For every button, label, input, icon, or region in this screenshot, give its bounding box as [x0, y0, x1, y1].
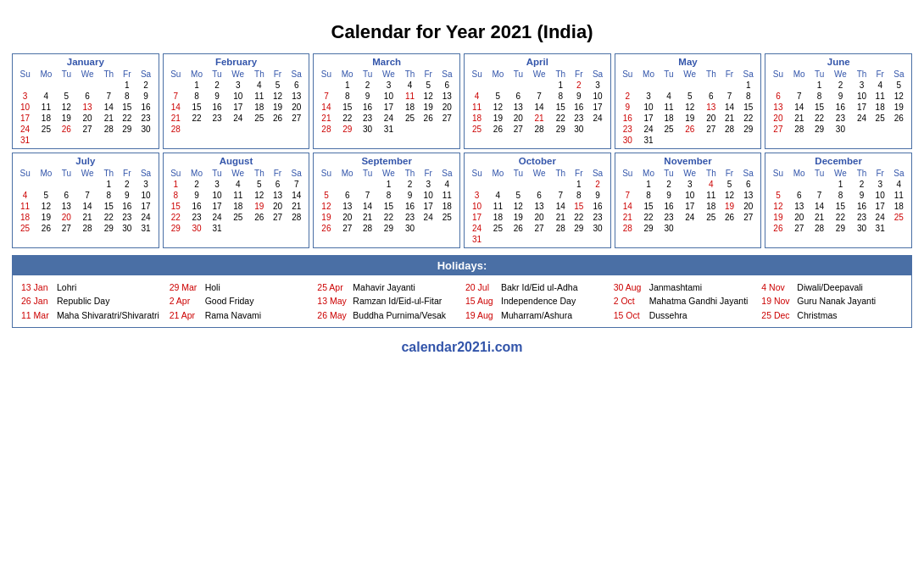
cal-day: 27 — [75, 124, 99, 135]
day-header: Tu — [660, 69, 677, 80]
day-header: Sa — [287, 168, 306, 179]
cal-day: 7 — [788, 91, 810, 102]
cal-day: 10 — [871, 190, 889, 201]
cal-day — [437, 223, 457, 234]
cal-day: 3 — [467, 190, 487, 201]
holiday-item: 20 JulBakr Id/Eid ul-Adha — [465, 280, 607, 294]
cal-day — [527, 80, 551, 91]
holiday-name: Lohri — [57, 280, 76, 294]
cal-day: 7 — [166, 91, 186, 102]
cal-day: 2 — [186, 179, 208, 190]
day-header: Sa — [437, 69, 457, 80]
cal-day: 4 — [487, 190, 509, 201]
cal-day: 17 — [376, 102, 400, 113]
day-header: Fr — [570, 69, 587, 80]
cal-day: 10 — [376, 91, 400, 102]
cal-day: 11 — [226, 190, 250, 201]
cal-table: SuMoTuWeThFrSa12345678910111213141516171… — [316, 69, 457, 135]
cal-day: 9 — [852, 190, 871, 201]
cal-day: 25 — [15, 223, 35, 234]
cal-day: 17 — [420, 201, 437, 212]
cal-day: 30 — [852, 223, 871, 234]
cal-day: 20 — [509, 113, 527, 124]
month-title: June — [768, 57, 909, 67]
cal-day: 13 — [437, 91, 457, 102]
cal-day: 9 — [136, 91, 155, 102]
cal-day: 23 — [852, 212, 871, 223]
cal-day: 4 — [467, 91, 487, 102]
cal-day: 26 — [250, 212, 269, 223]
cal-day: 2 — [208, 80, 225, 91]
cal-day: 30 — [136, 124, 155, 135]
cal-day: 18 — [400, 102, 419, 113]
cal-day: 3 — [376, 80, 400, 91]
cal-day: 16 — [660, 201, 677, 212]
cal-day: 29 — [166, 223, 186, 234]
cal-day: 27 — [58, 223, 75, 234]
cal-day: 6 — [287, 80, 306, 91]
cal-day: 26 — [721, 212, 738, 223]
day-header: Sa — [587, 168, 607, 179]
cal-day: 19 — [35, 212, 57, 223]
cal-day: 25 — [35, 124, 57, 135]
day-header: Sa — [136, 69, 155, 80]
cal-day: 31 — [467, 234, 487, 245]
day-header: Fr — [721, 168, 738, 179]
cal-day: 6 — [509, 91, 527, 102]
cal-day: 28 — [810, 223, 828, 234]
month-box-march: MarchSuMoTuWeThFrSa123456789101112131415… — [313, 53, 460, 149]
cal-day: 11 — [871, 91, 889, 102]
cal-day — [58, 135, 75, 146]
cal-day: 12 — [250, 190, 269, 201]
day-header: Sa — [889, 69, 909, 80]
cal-day: 7 — [287, 179, 306, 190]
cal-day — [768, 179, 788, 190]
cal-day: 10 — [852, 91, 871, 102]
cal-day: 2 — [852, 179, 871, 190]
holiday-name: Ramzan Id/Eid-ul-Fitar — [353, 294, 442, 308]
cal-day: 28 — [166, 124, 186, 135]
cal-day: 24 — [376, 113, 400, 124]
cal-day: 25 — [889, 212, 909, 223]
cal-day: 13 — [269, 190, 287, 201]
cal-day: 21 — [618, 212, 637, 223]
cal-day: 22 — [166, 212, 186, 223]
holiday-item: 15 OctDussehra — [614, 308, 755, 322]
day-header: Su — [166, 69, 186, 80]
cal-day: 20 — [269, 201, 287, 212]
cal-day: 26 — [487, 124, 509, 135]
day-header: Tu — [58, 69, 75, 80]
cal-day — [487, 179, 509, 190]
day-header: Tu — [359, 69, 376, 80]
holiday-item: 25 AprMahavir Jayanti — [317, 280, 459, 294]
cal-day: 15 — [637, 201, 660, 212]
cal-day: 3 — [208, 179, 225, 190]
cal-day: 24 — [678, 212, 702, 223]
cal-day: 2 — [136, 80, 155, 91]
cal-day: 21 — [166, 113, 186, 124]
day-header: We — [226, 168, 250, 179]
cal-day: 12 — [316, 201, 336, 212]
cal-day: 5 — [721, 179, 738, 190]
cal-day: 14 — [166, 102, 186, 113]
holiday-name: Bakr Id/Eid ul-Adha — [501, 280, 577, 294]
cal-day: 31 — [208, 223, 225, 234]
day-header: We — [678, 69, 702, 80]
cal-day: 31 — [136, 223, 155, 234]
cal-day: 22 — [337, 113, 359, 124]
cal-day: 12 — [420, 91, 437, 102]
cal-day: 21 — [551, 212, 570, 223]
cal-day: 10 — [136, 190, 155, 201]
cal-day: 9 — [359, 91, 376, 102]
cal-day: 23 — [208, 113, 225, 124]
cal-day: 18 — [226, 201, 250, 212]
day-header: Th — [250, 168, 269, 179]
holiday-date: 29 Mar — [170, 280, 205, 294]
cal-day: 4 — [702, 179, 721, 190]
day-header: Sa — [287, 69, 306, 80]
cal-table: SuMoTuWeThFrSa12345678910111213141516171… — [166, 168, 307, 234]
day-header: Fr — [269, 69, 287, 80]
cal-day — [587, 124, 607, 135]
day-header: Th — [551, 168, 570, 179]
cal-day: 29 — [637, 223, 660, 234]
